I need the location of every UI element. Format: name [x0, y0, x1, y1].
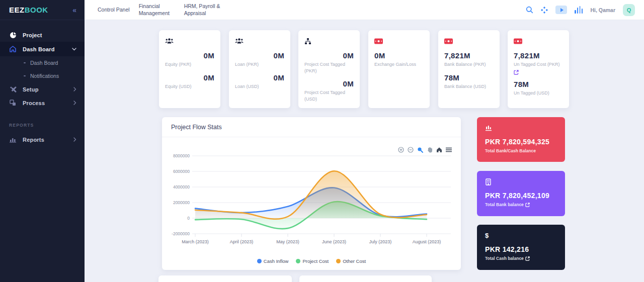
- project-flow-stats-card: Project Flow Stats 800000060000004000000…: [162, 117, 461, 270]
- bottom-card-stub-1: [158, 275, 292, 282]
- sidebar-subitem-notifications[interactable]: Notifications: [0, 69, 85, 82]
- legend-dot: [336, 259, 341, 263]
- summary-value: PKR 7,820,594,325: [485, 138, 557, 146]
- stat-label: Bank Balance (USD): [444, 83, 494, 90]
- stat-label: Exchange Gain/Loss: [374, 61, 424, 68]
- stat-card-loan[interactable]: 0M Loan (PKR) 0M Loan (USD): [229, 30, 290, 108]
- legend-item[interactable]: Project Cost: [296, 258, 329, 264]
- svg-text:2000000: 2000000: [173, 200, 190, 205]
- sidebar-item-setup[interactable]: Setup: [0, 82, 85, 96]
- stat-row: 0M Project Cost Tagged (PKR): [304, 51, 354, 74]
- sidebar-item-project[interactable]: Project: [0, 28, 85, 42]
- user-greeting[interactable]: Hi, Qamar: [590, 7, 615, 13]
- bar-chart-icon: [9, 136, 17, 143]
- svg-text:March (2023): March (2023): [182, 239, 209, 244]
- chart-board-icon: [485, 124, 557, 132]
- legend-item[interactable]: Cash Inflow: [257, 258, 289, 264]
- stat-row: 0M Equity (USD): [165, 73, 214, 90]
- stats-icon[interactable]: [575, 6, 583, 14]
- stat-value: 7,821M: [514, 51, 563, 60]
- stat-value: 0M: [235, 73, 284, 82]
- stat-label: Equity (USD): [165, 83, 214, 90]
- tab-control-panel[interactable]: Control Panel: [98, 7, 130, 14]
- logo-part1: EEZ: [9, 6, 25, 14]
- stat-value: 78M: [514, 80, 563, 88]
- stat-row: 0M Loan (PKR): [235, 51, 284, 68]
- stat-label: Project Cost Tagged (PKR): [304, 61, 354, 74]
- svg-text:April (2023): April (2023): [230, 239, 254, 244]
- stat-card-project-cost-tagged[interactable]: 0M Project Cost Tagged (PKR) 0M Project …: [298, 30, 360, 108]
- tab-hrm-payroll[interactable]: HRM, Payroll & Appraisal: [184, 3, 220, 17]
- stat-card-bank-balance[interactable]: 7,821M Bank Balance (PKR) 78M Bank Balan…: [438, 30, 500, 108]
- sidebar-item-dashboard[interactable]: Dash Board: [0, 42, 85, 56]
- external-link-icon[interactable]: [525, 256, 530, 261]
- topbar: Control Panel Financial Management HRM, …: [85, 0, 644, 20]
- svg-text:0: 0: [187, 216, 190, 221]
- stat-row: 0M Loan (USD): [235, 73, 284, 90]
- nav-tabs: Control Panel Financial Management HRM, …: [98, 3, 220, 17]
- stat-card-equity[interactable]: 0M Equity (PKR) 0M Equity (USD): [159, 30, 220, 108]
- apps-icon[interactable]: [541, 7, 548, 14]
- pie-chart-icon: [9, 31, 17, 39]
- external-link-icon[interactable]: [525, 203, 530, 207]
- sidebar-item-label: Dash Board: [23, 46, 55, 52]
- sidebar-item-label: Project: [23, 32, 42, 38]
- legend-label: Other Cost: [343, 258, 366, 264]
- stat-label: Bank Balance (PKR): [444, 61, 494, 68]
- svg-text:May (2023): May (2023): [276, 239, 299, 244]
- stat-label: Loan (PKR): [235, 61, 284, 68]
- banknote-icon: [374, 37, 424, 45]
- stat-value: 7,821M: [444, 51, 494, 60]
- sidebar-subitem-dashboard[interactable]: Dash Board: [0, 56, 85, 69]
- stat-label: Un Tagged (USD): [514, 90, 563, 97]
- chevron-down-icon: [72, 48, 76, 51]
- sidebar: EEZBOOK « Project Dash Board: [0, 0, 85, 282]
- stat-value: 78M: [444, 73, 494, 82]
- topbar-actions: Hi, Qamar Q: [526, 4, 635, 16]
- stat-value: 0M: [374, 51, 424, 60]
- users-icon: [235, 37, 284, 45]
- sidebar-item-label: Setup: [23, 86, 39, 92]
- stat-row: 78M Bank Balance (USD): [444, 73, 494, 90]
- tab-financial-management[interactable]: Financial Management: [139, 3, 175, 17]
- sidebar-section-reports: REPORTS: [0, 110, 85, 133]
- video-icon[interactable]: [555, 6, 567, 14]
- app-logo[interactable]: EEZBOOK: [9, 6, 48, 14]
- avatar[interactable]: Q: [623, 4, 635, 16]
- external-link-icon[interactable]: [514, 70, 519, 75]
- stat-row: 78M Un Tagged (USD): [514, 80, 563, 97]
- stat-value: 0M: [304, 79, 354, 88]
- summary-label-text: Total Bank/Cash Balance: [485, 148, 536, 153]
- stat-card-untagged-cost[interactable]: 7,821M Un Tagged Cost (PKR) 78M Un Tagge…: [508, 30, 569, 108]
- play-triangle: [560, 8, 564, 12]
- sidebar-collapse-icon[interactable]: «: [72, 6, 76, 14]
- stat-value: 0M: [165, 73, 214, 82]
- area-chart[interactable]: 80000006000000400000020000000-2000000Mar…: [169, 150, 454, 248]
- total-cash-balance-card[interactable]: $ PKR 142,216 Total Cash balance: [477, 225, 565, 270]
- svg-text:August (2023): August (2023): [413, 239, 441, 244]
- search-icon[interactable]: [526, 6, 533, 14]
- summary-label-text: Total Bank balance: [485, 202, 524, 207]
- stat-label: Un Tagged Cost (PKR): [514, 61, 563, 68]
- stat-label: Project Cost Tagged (USD): [304, 89, 354, 102]
- stat-card-exchange[interactable]: 0M Exchange Gain/Loss: [368, 30, 430, 108]
- svg-text:June (2023): June (2023): [322, 239, 346, 244]
- chart-title: Project Flow Stats: [162, 117, 461, 137]
- sidebar-item-label: Process: [23, 100, 45, 106]
- sidebar-item-reports[interactable]: Reports: [0, 133, 85, 146]
- bottom-card-stub-2: [299, 275, 432, 282]
- dollar-sign-icon: $: [485, 232, 557, 239]
- svg-text:8000000: 8000000: [173, 153, 190, 158]
- svg-text:-2000000: -2000000: [172, 231, 190, 236]
- svg-text:6000000: 6000000: [173, 169, 190, 174]
- total-bank-balance-card[interactable]: PKR 7,820,452,109 Total Bank balance: [477, 171, 565, 216]
- legend-label: Project Cost: [302, 258, 329, 264]
- logo-row: EEZBOOK «: [0, 0, 85, 20]
- total-bank-cash-balance-card[interactable]: PKR 7,820,594,325 Total Bank/Cash Balanc…: [477, 117, 565, 162]
- dashboard-page: EEZBOOK « Project Dash Board: [0, 0, 644, 282]
- legend-item[interactable]: Other Cost: [336, 258, 366, 264]
- bullet-icon: [24, 75, 26, 76]
- bank-building-icon: [485, 178, 557, 185]
- summary-label: Total Cash balance: [485, 256, 557, 261]
- sidebar-item-process[interactable]: Process: [0, 96, 85, 110]
